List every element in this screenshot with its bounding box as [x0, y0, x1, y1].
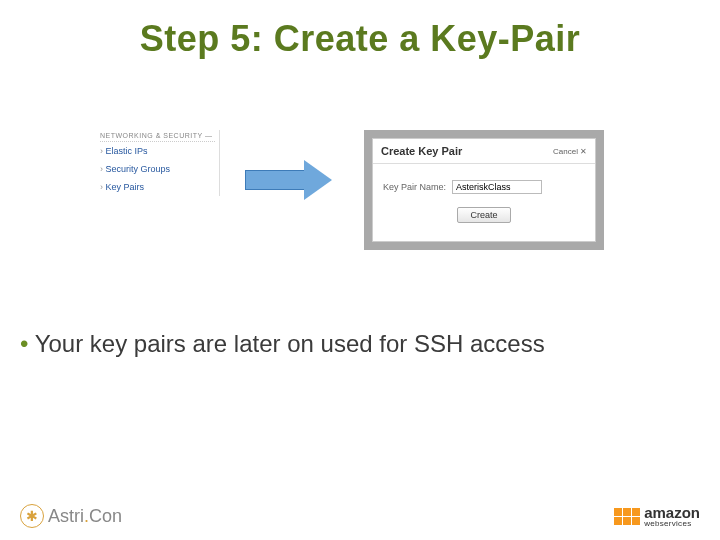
bullet-line: • Your key pairs are later on used for S…	[20, 330, 545, 358]
keypair-name-input[interactable]	[452, 180, 542, 194]
content-row: NETWORKING & SECURITY — Elastic IPs Secu…	[0, 130, 720, 290]
nav-item-security-groups[interactable]: Security Groups	[100, 160, 215, 178]
aws-nav-panel: NETWORKING & SECURITY — Elastic IPs Secu…	[100, 130, 220, 196]
astricon-text: Astri.Con	[48, 506, 122, 527]
nav-item-key-pairs[interactable]: Key Pairs	[100, 178, 215, 196]
aws-logo: amazon webservices	[614, 505, 700, 528]
dialog-body: Key Pair Name: Create	[373, 164, 595, 241]
nav-section-header: NETWORKING & SECURITY —	[100, 130, 215, 142]
slide-title: Step 5: Create a Key-Pair	[0, 0, 720, 60]
keypair-name-label: Key Pair Name:	[383, 182, 446, 192]
bullet-text: Your key pairs are later on used for SSH…	[35, 330, 545, 357]
dialog-cancel-button[interactable]: Cancel ✕	[553, 147, 587, 156]
asterisk-icon: ✱	[20, 504, 44, 528]
footer: ✱ Astri.Con amazon webservices	[0, 504, 720, 528]
dialog-titlebar: Create Key Pair Cancel ✕	[373, 139, 595, 164]
create-keypair-dialog: Create Key Pair Cancel ✕ Key Pair Name: …	[372, 138, 596, 242]
close-icon: ✕	[580, 147, 587, 156]
dialog-frame: Create Key Pair Cancel ✕ Key Pair Name: …	[364, 130, 604, 250]
cancel-label: Cancel	[553, 147, 578, 156]
astricon-logo: ✱ Astri.Con	[20, 504, 122, 528]
nav-item-elastic-ips[interactable]: Elastic IPs	[100, 142, 215, 160]
create-button[interactable]: Create	[457, 207, 510, 223]
aws-text: amazon webservices	[644, 505, 700, 528]
aws-cubes-icon	[614, 508, 640, 525]
bullet-dot: •	[20, 330, 28, 357]
arrow	[220, 130, 360, 200]
dialog-title: Create Key Pair	[381, 145, 462, 157]
